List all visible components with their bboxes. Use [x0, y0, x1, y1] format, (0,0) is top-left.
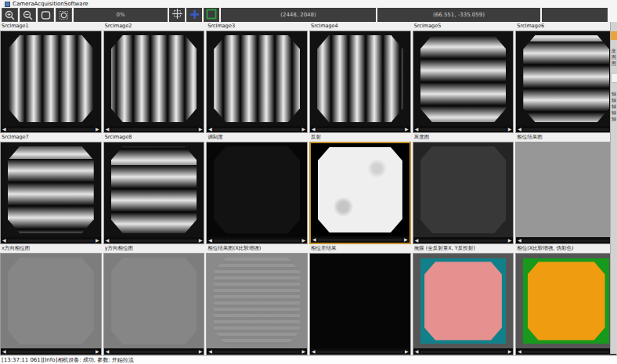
scroll-left-icon[interactable]: ◀ — [208, 348, 212, 355]
panel-scrollbar[interactable]: ◀▶ — [310, 348, 410, 355]
scroll-left-icon[interactable]: ◀ — [2, 348, 6, 355]
panel-image[interactable] — [1, 31, 101, 126]
scrollbar-track[interactable] — [317, 128, 403, 131]
scroll-left-icon[interactable]: ◀ — [518, 126, 521, 132]
scroll-left-icon[interactable]: ◀ — [415, 126, 419, 132]
right-panel-button[interactable] — [611, 73, 617, 83]
panel-scrollbar[interactable]: ◀▶ — [1, 348, 101, 355]
panel-scrollbar[interactable]: ◀▶ — [516, 126, 616, 132]
panel-scrollbar[interactable]: ◀▶ — [207, 126, 307, 132]
zoom-out-button[interactable] — [20, 8, 36, 22]
panel-body[interactable]: ◀▶ — [515, 31, 617, 133]
scroll-left-icon[interactable]: ◀ — [415, 237, 419, 243]
panel-body-selected[interactable]: ◀▶ — [309, 142, 411, 244]
scroll-right-icon[interactable]: ▶ — [96, 348, 99, 355]
scrollbar-track[interactable] — [214, 240, 300, 242]
image-panel[interactable]: 掩膜 (全反射量X, Y反投射)◀▶ — [413, 244, 514, 355]
panel-image[interactable] — [311, 143, 410, 236]
scrollbar-track[interactable] — [8, 240, 94, 242]
image-panel[interactable]: SrcImage3◀▶ — [206, 22, 308, 133]
panel-scrollbar[interactable]: ◀▶ — [1, 126, 101, 132]
panel-image[interactable] — [516, 254, 616, 348]
image-panel[interactable]: x方向相位图◀▶ — [0, 244, 102, 355]
scroll-left-icon[interactable]: ◀ — [106, 348, 110, 355]
panel-image[interactable] — [104, 254, 204, 348]
image-panel[interactable]: y方向相位图◀▶ — [103, 244, 205, 355]
panel-image[interactable] — [413, 31, 514, 126]
panel-body[interactable]: ◀▶ — [206, 142, 308, 244]
scrollbar-track[interactable] — [214, 351, 300, 353]
scroll-left-icon[interactable]: ◀ — [518, 348, 521, 355]
panel-scrollbar[interactable]: ◀▶ — [1, 237, 101, 243]
scrollbar-track[interactable] — [523, 351, 609, 353]
scroll-left-icon[interactable]: ◀ — [106, 237, 110, 243]
scrollbar-track[interactable] — [8, 128, 94, 131]
scrollbar-track[interactable] — [214, 128, 300, 131]
panel-body[interactable]: ◀▶ — [515, 142, 617, 244]
panel-body[interactable]: ◀▶ — [413, 31, 514, 133]
image-panel[interactable]: SrcImage1◀▶ — [0, 22, 102, 133]
panel-image[interactable] — [207, 31, 307, 126]
fit-window-button[interactable] — [38, 8, 54, 22]
panel-body[interactable]: ◀▶ — [0, 31, 102, 133]
scrollbar-track[interactable] — [317, 351, 403, 353]
image-panel[interactable]: SrcImage6◀▶ — [515, 22, 617, 133]
image-panel[interactable]: SrcImage2◀▶ — [103, 22, 205, 133]
panel-body[interactable]: ◀▶ — [309, 253, 411, 355]
panel-scrollbar[interactable]: ◀▶ — [516, 348, 616, 355]
scroll-right-icon[interactable]: ▶ — [96, 237, 99, 243]
scroll-left-icon[interactable]: ◀ — [2, 126, 6, 132]
panel-body[interactable]: ◀▶ — [413, 253, 514, 355]
scroll-right-icon[interactable]: ▶ — [404, 236, 408, 243]
image-panel[interactable]: 相位(X比较增强, 伪彩色)◀▶ — [515, 244, 617, 355]
move-crosshair-button[interactable] — [169, 8, 185, 22]
green-rect-button[interactable] — [204, 8, 219, 22]
scroll-left-icon[interactable]: ◀ — [415, 348, 419, 355]
panel-scrollbar[interactable]: ◀▶ — [104, 348, 204, 355]
panel-image[interactable] — [207, 142, 307, 237]
panel-image[interactable] — [310, 254, 410, 348]
scrollbar-track[interactable] — [523, 240, 609, 242]
scrollbar-track[interactable] — [8, 351, 94, 353]
panel-scrollbar[interactable]: ◀▶ — [413, 126, 514, 132]
panel-image[interactable] — [516, 142, 616, 237]
right-panel-selected-item[interactable] — [611, 31, 617, 40]
panel-scrollbar[interactable]: ◀▶ — [104, 237, 204, 243]
scroll-left-icon[interactable]: ◀ — [208, 126, 212, 132]
panel-image[interactable] — [413, 142, 514, 237]
scroll-left-icon[interactable]: ◀ — [312, 348, 316, 355]
panel-scrollbar[interactable]: ◀▶ — [104, 126, 204, 132]
image-panel[interactable]: SrcImage8◀▶ — [103, 133, 205, 244]
panel-image[interactable] — [104, 31, 204, 126]
scroll-left-icon[interactable]: ◀ — [106, 126, 110, 132]
panel-scrollbar[interactable]: ◀▶ — [207, 348, 307, 355]
panel-scrollbar[interactable]: ◀▶ — [310, 126, 410, 132]
scroll-right-icon[interactable]: ▶ — [199, 237, 203, 243]
scrollbar-track[interactable] — [318, 239, 402, 241]
scroll-right-icon[interactable]: ▶ — [508, 237, 512, 243]
scroll-right-icon[interactable]: ▶ — [508, 126, 512, 132]
scroll-left-icon[interactable]: ◀ — [2, 237, 6, 243]
scroll-left-icon[interactable]: ◀ — [208, 237, 212, 243]
scroll-right-icon[interactable]: ▶ — [199, 126, 203, 132]
image-panel[interactable]: SrcImage5◀▶ — [413, 22, 514, 133]
scroll-right-icon[interactable]: ▶ — [405, 348, 409, 355]
image-panel[interactable]: 相位结果图◀▶ — [515, 133, 617, 244]
panel-body[interactable]: ◀▶ — [103, 31, 205, 133]
scrollbar-track[interactable] — [420, 128, 506, 131]
panel-body[interactable]: ◀▶ — [103, 142, 205, 244]
scroll-right-icon[interactable]: ▶ — [508, 348, 512, 355]
panel-body[interactable]: ◀▶ — [413, 142, 514, 244]
right-side-panel[interactable]: 坐图图 轴轴轴轴轴 — [610, 22, 617, 354]
image-panel[interactable]: 相位结果图(X比较增强)◀▶ — [206, 244, 308, 355]
scrollbar-track[interactable] — [110, 351, 197, 353]
image-panel[interactable]: 灰度图◀▶ — [413, 133, 514, 244]
image-panel[interactable]: SrcImage7◀▶ — [0, 133, 102, 244]
panel-body[interactable]: ◀▶ — [206, 31, 308, 133]
scrollbar-track[interactable] — [420, 351, 506, 353]
blue-cross-button[interactable] — [186, 8, 202, 22]
zoom-in-button[interactable] — [2, 8, 18, 22]
panel-image[interactable] — [516, 31, 616, 126]
panel-image[interactable] — [1, 254, 101, 348]
image-panel[interactable]: 相位差结果◀▶ — [309, 244, 411, 355]
